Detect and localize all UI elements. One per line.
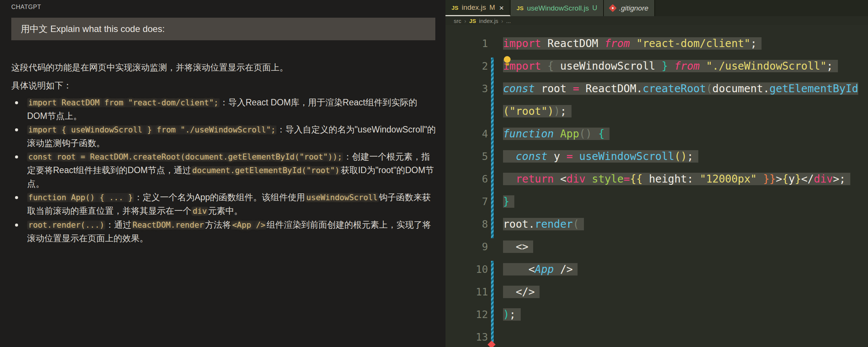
tab-index-js[interactable]: JSindex.jsM× <box>445 0 511 16</box>
line-number: 10 <box>445 258 488 281</box>
inline-code: useWindowScroll <box>305 193 379 202</box>
line-number: 4 <box>445 123 488 145</box>
bullet-text: 元素中。 <box>208 206 243 216</box>
breadcrumb-item-file[interactable]: index.js <box>479 18 498 24</box>
git-file-icon <box>609 4 617 12</box>
inline-code: ReactDOM.render <box>131 221 205 230</box>
breadcrumb-item-symbol[interactable]: ... <box>506 18 511 24</box>
modified-badge: M <box>489 4 495 12</box>
line-number: 12 <box>445 303 488 326</box>
tab-bar: JSindex.jsM×JSuseWindowScroll.jsU.gitign… <box>445 0 868 16</box>
code-text: const y = useWindowScroll(); <box>503 145 868 168</box>
code-text: root.render( <box>503 213 868 236</box>
bullet-item-1: import ReactDOM from "react-dom/client";… <box>11 96 437 123</box>
line-number: 1 <box>445 32 488 55</box>
quick-fix-lightbulb-icon[interactable] <box>503 56 512 65</box>
js-file-icon: JS <box>517 5 523 11</box>
answer-intro: 这段代码的功能是在网页中实现滚动监测，并将滚动位置显示在页面上。 <box>11 61 437 73</box>
code-text: const root = ReactDOM.createRoot(documen… <box>503 78 868 123</box>
code-line-4[interactable]: 4function App() { <box>445 123 868 145</box>
inline-code: div <box>192 207 208 216</box>
code-text: return <div style={{ height: "12000px" }… <box>503 168 868 190</box>
bullet-text: ：定义一个名为App的函数组件。该组件使用 <box>134 192 305 202</box>
line-number: 5 <box>445 145 488 168</box>
code-text: <App /> <box>503 258 868 281</box>
code-text: import ReactDOM from "react-dom/client"; <box>503 32 868 55</box>
tab-label: index.js <box>462 3 486 12</box>
code-line-3[interactable]: 3const root = ReactDOM.createRoot(docume… <box>445 78 868 123</box>
line-number: 2 <box>445 55 488 78</box>
code-line-1[interactable]: 1import ReactDOM from "react-dom/client"… <box>445 32 868 55</box>
inline-code: import { useWindowScroll } from "./useWi… <box>27 125 277 134</box>
bullet-list: import ReactDOM from "react-dom/client";… <box>11 96 437 245</box>
code-text: ); <box>503 303 868 326</box>
code-line-11[interactable]: 11 </> <box>445 281 868 303</box>
chatgpt-panel-title: CHATGPT <box>11 4 41 11</box>
line-number: 13 <box>445 326 488 347</box>
code-line-5[interactable]: 5 const y = useWindowScroll(); <box>445 145 868 168</box>
bullet-text: ：通过 <box>105 220 131 230</box>
bullet-text: 方法将 <box>205 220 231 230</box>
code-line-10[interactable]: 10 <App /> <box>445 258 868 281</box>
untracked-badge: U <box>592 4 597 12</box>
js-file-icon: JS <box>451 5 458 11</box>
code-text: import { useWindowScroll } from "./useWi… <box>503 55 868 78</box>
tab--gitignore[interactable]: .gitignore <box>604 0 655 16</box>
code-line-8[interactable]: 8root.render( <box>445 213 868 236</box>
line-number: 11 <box>445 281 488 303</box>
js-file-icon: JS <box>469 18 476 24</box>
tab-label: useWindowScroll.js <box>527 4 589 12</box>
inline-code: const root = ReactDOM.createRoot(documen… <box>27 152 343 161</box>
inline-code: function App() { ... } <box>27 193 134 202</box>
inline-code: import ReactDOM from "react-dom/client"; <box>27 98 220 107</box>
code-line-7[interactable]: 7} <box>445 190 868 213</box>
line-number: 3 <box>445 78 488 100</box>
code-text: function App() { <box>503 123 868 145</box>
inline-code: root.render(...) <box>27 221 105 230</box>
code-line-9[interactable]: 9 <> <box>445 236 868 258</box>
code-line-6[interactable]: 6 return <div style={{ height: "12000px"… <box>445 168 868 190</box>
vscode-panel: JSindex.jsM×JSuseWindowScroll.jsU.gitign… <box>445 0 868 347</box>
bullet-item-3: const root = ReactDOM.createRoot(documen… <box>11 150 437 190</box>
close-icon[interactable]: × <box>499 4 504 12</box>
chatgpt-panel: CHATGPT 用中文 Explain what this code does:… <box>0 0 445 347</box>
bullet-item-5: root.render(...)：通过ReactDOM.render方法将<Ap… <box>11 218 437 245</box>
line-number: 7 <box>445 190 488 213</box>
code-editor[interactable]: 1import ReactDOM from "react-dom/client"… <box>445 25 868 347</box>
bullet-item-2: import { useWindowScroll } from "./useWi… <box>11 123 437 150</box>
bullet-item-4: function App() { ... }：定义一个名为App的函数组件。该组… <box>11 191 437 218</box>
inline-code: document.getElementById("root") <box>191 166 341 175</box>
user-message: 用中文 Explain what this code does: <box>11 18 435 40</box>
code-line-12[interactable]: 12); <box>445 303 868 326</box>
assistant-answer: 这段代码的功能是在网页中实现滚动监测，并将滚动位置显示在页面上。 具体说明如下：… <box>11 61 437 245</box>
code-text: </> <box>503 281 868 303</box>
code-line-13[interactable]: 13 <box>445 326 868 347</box>
code-text: } <box>503 190 868 213</box>
tab-usewindowscroll-js[interactable]: JSuseWindowScroll.jsU <box>511 0 604 16</box>
line-number: 9 <box>445 236 488 258</box>
code-text: <> <box>503 236 868 258</box>
inline-code: <App /> <box>231 221 267 230</box>
breadcrumb: src › JS index.js › ... <box>445 16 868 25</box>
tab-label: .gitignore <box>619 4 648 12</box>
line-number: 6 <box>445 168 488 190</box>
breadcrumb-item-src[interactable]: src <box>454 18 461 24</box>
details-heading: 具体说明如下： <box>11 79 437 91</box>
chevron-right-icon: › <box>464 18 466 24</box>
line-number: 8 <box>445 213 488 236</box>
chevron-right-icon: › <box>501 18 503 24</box>
